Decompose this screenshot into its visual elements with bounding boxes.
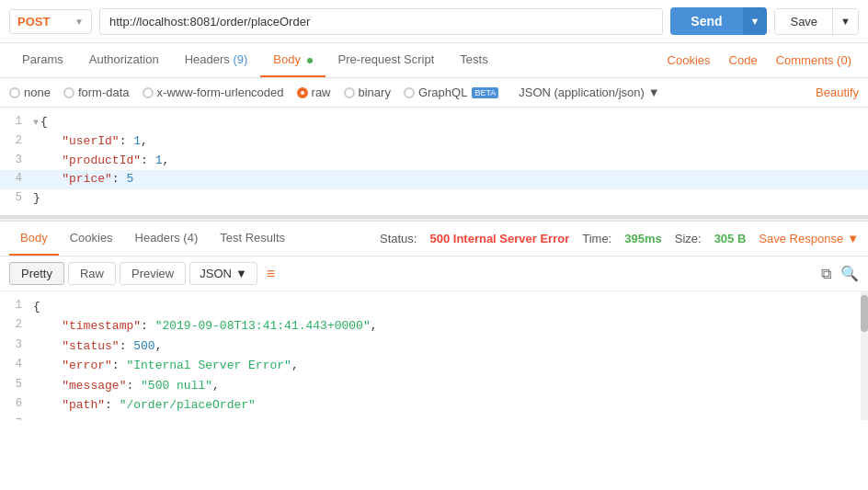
request-toolbar: POST ▼ Send ▼ Save ▼ <box>0 0 868 43</box>
req-code-line-5: 5 } <box>0 189 868 209</box>
save-response-label: Save Response <box>759 232 843 245</box>
option-graphql-label: GraphQL <box>418 85 467 99</box>
radio-formdata-icon <box>63 87 74 98</box>
save-response-button[interactable]: Save Response ▼ <box>759 232 859 245</box>
option-formdata-label: form-data <box>78 85 130 99</box>
radio-raw-icon <box>297 87 308 98</box>
option-urlencoded[interactable]: x-www-form-urlencoded <box>143 85 284 99</box>
size-label: Size: <box>675 232 702 245</box>
time-label: Time: <box>582 232 611 245</box>
send-dropdown-button[interactable]: ▼ <box>743 7 768 35</box>
option-none[interactable]: none <box>9 85 51 99</box>
copy-icon[interactable]: ⧉ <box>821 266 831 282</box>
radio-none-icon <box>9 87 20 98</box>
scrollbar-thumb <box>861 295 868 332</box>
req-code-line-2: 2 "userId": 1, <box>0 132 868 152</box>
radio-urlencoded-icon <box>143 87 154 98</box>
option-raw[interactable]: raw <box>297 85 331 99</box>
response-format-selector[interactable]: JSON ▼ <box>189 262 257 285</box>
option-binary-label: binary <box>359 85 391 99</box>
response-format-label: JSON <box>200 267 232 280</box>
size-value: 305 B <box>714 232 747 245</box>
tab-authorization[interactable]: Authorization <box>76 43 172 77</box>
radio-binary-icon <box>344 87 355 98</box>
response-body-viewer: 1 { 2 "timestamp": "2019-09-08T13:41:41.… <box>0 291 868 420</box>
scrollbar[interactable] <box>861 291 868 420</box>
resp-line-2: 2 "timestamp": "2019-09-08T13:41:41.443+… <box>0 316 868 336</box>
tab-body[interactable]: Body <box>260 43 325 77</box>
request-tabs: Params Authorization Headers (9) Body Pr… <box>0 43 868 78</box>
req-code-line-3: 3 "productId": 1, <box>0 152 868 171</box>
resp-line-7: 7 } <box>0 416 868 420</box>
json-format-selector[interactable]: JSON (application/json) ▼ <box>519 85 659 99</box>
resp-line-3: 3 "status": 500, <box>0 336 868 356</box>
response-action-icons: ⧉ 🔍 <box>821 265 859 282</box>
body-dot-icon <box>307 58 313 63</box>
tab-params[interactable]: Params <box>9 43 76 77</box>
method-selector[interactable]: POST ▼ <box>9 9 92 34</box>
save-response-chevron-icon: ▼ <box>847 232 859 245</box>
resp-tab-headers[interactable]: Headers (4) <box>124 222 210 256</box>
resp-tab-cookies[interactable]: Cookies <box>59 222 124 256</box>
filter-icon[interactable]: ≡ <box>267 266 275 282</box>
option-binary[interactable]: binary <box>344 85 391 99</box>
tab-cookies[interactable]: Cookies <box>660 44 718 76</box>
response-format-chevron-icon: ▼ <box>235 267 247 280</box>
resp-line-1: 1 { <box>0 297 868 316</box>
resp-tab-test-results[interactable]: Test Results <box>209 222 296 256</box>
right-tab-group: Cookies Code Comments (0) <box>660 44 859 76</box>
send-button[interactable]: Send <box>670 7 742 35</box>
json-format-label: JSON (application/json) <box>519 85 645 99</box>
time-value: 395ms <box>624 232 661 245</box>
request-body-editor[interactable]: 1 ▼{ 2 "userId": 1, 3 "productId": 1, 4 … <box>0 108 868 218</box>
beautify-button[interactable]: Beautify <box>816 85 859 99</box>
tab-prerequest[interactable]: Pre-request Script <box>326 43 448 77</box>
resp-tab-body[interactable]: Body <box>9 222 59 256</box>
search-icon[interactable]: 🔍 <box>840 265 859 282</box>
save-button[interactable]: Save <box>775 9 832 34</box>
req-code-line-1: 1 ▼{ <box>0 113 868 132</box>
resp-line-6: 6 "path": "/order/placeOrder" <box>0 395 868 415</box>
method-label: POST <box>17 15 50 28</box>
tab-tests[interactable]: Tests <box>447 43 500 77</box>
json-format-chevron-icon: ▼ <box>648 85 660 99</box>
resp-line-5: 5 "message": "500 null", <box>0 376 868 395</box>
graphql-beta-badge: BETA <box>472 87 498 98</box>
tab-code[interactable]: Code <box>722 44 765 76</box>
option-raw-label: raw <box>312 85 331 99</box>
radio-graphql-icon <box>404 87 415 98</box>
option-none-label: none <box>24 85 51 99</box>
option-urlencoded-label: x-www-form-urlencoded <box>157 85 284 99</box>
response-format-toolbar: Pretty Raw Preview JSON ▼ ≡ ⧉ 🔍 <box>0 256 868 291</box>
req-code-line-4: 4 "price": 5 <box>0 170 868 189</box>
response-tabs: Body Cookies Headers (4) Test Results St… <box>0 222 868 256</box>
url-input[interactable] <box>99 8 663 35</box>
save-button-group: Save ▼ <box>774 8 859 35</box>
preview-button[interactable]: Preview <box>120 262 186 285</box>
headers-badge: (9) <box>233 52 247 66</box>
raw-button[interactable]: Raw <box>68 262 116 285</box>
option-form-data[interactable]: form-data <box>63 85 130 99</box>
status-code: 500 Internal Server Error <box>429 232 569 245</box>
body-options-bar: none form-data x-www-form-urlencoded raw… <box>0 78 868 108</box>
method-chevron-icon: ▼ <box>74 17 84 27</box>
resp-line-4: 4 "error": "Internal Server Error", <box>0 356 868 375</box>
option-graphql[interactable]: GraphQL BETA <box>404 85 498 99</box>
pretty-button[interactable]: Pretty <box>9 262 64 285</box>
save-dropdown-button[interactable]: ▼ <box>832 9 858 34</box>
tab-headers[interactable]: Headers (9) <box>172 43 261 77</box>
tab-comments[interactable]: Comments (0) <box>769 44 859 76</box>
status-label: Status: <box>380 232 417 245</box>
send-button-group: Send ▼ <box>670 7 767 35</box>
response-status-bar: Status: 500 Internal Server Error Time: … <box>380 232 859 245</box>
